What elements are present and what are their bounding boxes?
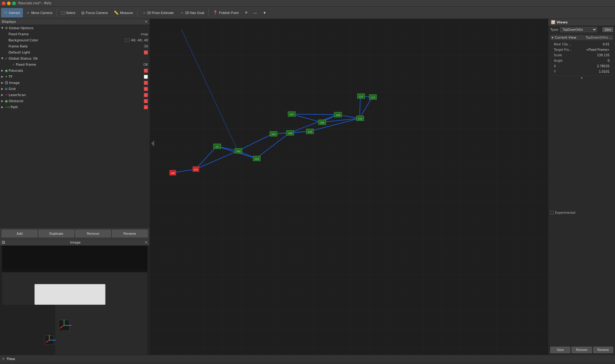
global-status-row[interactable]: ▼ ✓ Global Status: Ok [0,55,149,61]
target-frame-label: Target Fra... [554,48,586,51]
global-options-arrow: ▼ [1,26,5,29]
views-header: 🪟 Views [548,19,615,26]
separator-2 [137,9,137,17]
svg-line-14 [173,169,196,173]
rename-view-button[interactable]: Rename [593,347,613,353]
grid-icon: ⊞ [5,87,8,91]
obstacle-checkbox[interactable] [143,99,148,103]
svg-rect-56 [334,112,342,117]
grid-row[interactable]: ▶ ⊞ Grid [0,86,149,92]
svg-rect-13 [150,19,548,355]
publish-point-icon: 📍 [213,10,218,15]
extra-btn-2[interactable]: — [251,8,260,17]
svg-text:111: 111 [359,95,363,98]
select-button[interactable]: ⬚ Select [58,8,78,17]
measure-button[interactable]: 📏 Measure [111,8,136,17]
laserscan-label: LaserScan [9,93,143,97]
time-icon: ⏱ [2,357,5,361]
global-options-row[interactable]: ▼ ⚙ Global Options [0,25,149,31]
x-row: X 2.78535 [550,63,613,69]
path-checkbox[interactable] [143,105,148,109]
laserscan-checkbox[interactable] [143,92,148,97]
frame-rate-label: Frame Rate [9,44,143,48]
save-view-button[interactable]: Save [550,347,570,353]
extra-btn-3[interactable]: ▼ [260,8,269,17]
window-buttons[interactable] [2,2,16,5]
type-select[interactable]: TopDownOrtho Orbit XYOrbit ThirdPersonFo… [560,27,597,32]
rename-button[interactable]: Rename [112,230,148,237]
pose-estimate-button[interactable]: → 2D Pose Estimate [139,8,176,17]
fixed-frame-row[interactable]: Fixed Frame map [0,31,149,37]
svg-text:n1: n1 [216,145,219,148]
frame-rate-value: 30 [144,44,148,48]
x-label: X [554,64,597,68]
svg-line-20 [238,134,273,151]
image-checkbox[interactable] [143,80,148,85]
select-icon: ⬚ [61,10,65,15]
maximize-button[interactable] [12,2,16,5]
interact-button[interactable]: ☞ Interact [1,8,23,17]
fixed-frame-status-row[interactable]: ✓ Fixed Frame OK [0,61,149,68]
svg-text:103: 103 [255,158,259,160]
tf-label: TF [9,75,143,79]
experimental-row: Experimental [548,210,615,216]
duplicate-button[interactable]: Duplicate [39,230,74,237]
tree-area[interactable]: ▼ ⚙ Global Options Fixed Frame map Backg… [0,25,149,228]
image-label: Image [9,81,143,85]
fiducials-checkbox[interactable] [143,68,148,73]
nav-goal-label: 2D Nav Goal [185,11,204,15]
tf-checkbox[interactable] [143,74,148,79]
svg-text:115: 115 [308,130,312,133]
svg-line-27 [291,114,321,122]
image-panel-close[interactable]: ✕ [145,241,148,244]
default-light-label: Default Light [9,50,143,54]
svg-line-15 [196,146,217,169]
focus-camera-button[interactable]: ◎ Focus Camera [78,8,110,17]
extra-btn-1[interactable]: ✛ [242,8,250,17]
svg-rect-36 [170,170,176,175]
pose-estimate-label: 2D Pose Estimate [147,11,174,15]
svg-line-23 [273,133,290,134]
svg-rect-48 [306,129,314,134]
remove-button[interactable]: Remove [75,230,111,237]
scale-label: Scale [554,54,597,57]
frame-rate-row[interactable]: Frame Rate 30 [0,43,149,49]
laserscan-row[interactable]: ▶ ↗ LaserScan [0,92,149,98]
fixed-frame-value: map [141,32,148,36]
image-row[interactable]: ▶ 🖼 Image [0,80,149,86]
tf-row[interactable]: ▶ ✦ TF [0,74,149,80]
displays-buttons: Add Duplicate Remove Rename [0,228,149,239]
right-panel: 🪟 Views Type: TopDownOrtho Orbit XYOrbit… [548,19,615,355]
scroll-left-arrow[interactable] [151,140,154,147]
minimize-button[interactable] [7,2,11,5]
nav-goal-button[interactable]: → 2D Nav Goal [177,8,207,17]
image-content[interactable] [0,246,149,355]
publish-point-button[interactable]: 📍 Publish Point [210,8,241,17]
zero-button[interactable]: Zero [603,27,613,32]
bg-color-row[interactable]: Background Color 48; 48; 48 [0,37,149,43]
obstacle-row[interactable]: ▶ ● Obstacle [0,98,149,104]
fiducials-row[interactable]: ▶ ● Fiducials [0,68,149,74]
experimental-checkbox[interactable] [550,211,554,214]
svg-line-24 [290,131,309,133]
grid-label: Grid [9,87,143,91]
views-scroll-down[interactable]: ▼ [548,76,615,80]
measure-icon: 📏 [114,10,119,15]
interact-label: Interact [9,11,20,15]
close-button[interactable] [2,2,5,5]
displays-close[interactable]: ✕ [145,20,148,24]
obstacle-label: Obstacle [9,99,143,103]
current-view-type: TopDownOrtho ... [586,36,612,39]
default-light-row[interactable]: Default Light [0,49,149,55]
viewport[interactable]: 100 101 n1 102 103 104 [150,19,548,355]
default-light-checkbox[interactable] [143,50,148,55]
path-row[interactable]: ▶ ⟿ Path [0,104,149,110]
move-camera-label: Move Camera [31,11,52,15]
bg-color-swatch [125,38,130,42]
svg-text:109: 109 [336,114,340,116]
add-button[interactable]: Add [2,230,37,237]
grid-checkbox[interactable] [143,86,148,91]
move-camera-button[interactable]: ↔ Move Camera [23,8,55,17]
remove-view-button[interactable]: Remove [572,347,592,353]
select-label: Select [66,11,75,15]
